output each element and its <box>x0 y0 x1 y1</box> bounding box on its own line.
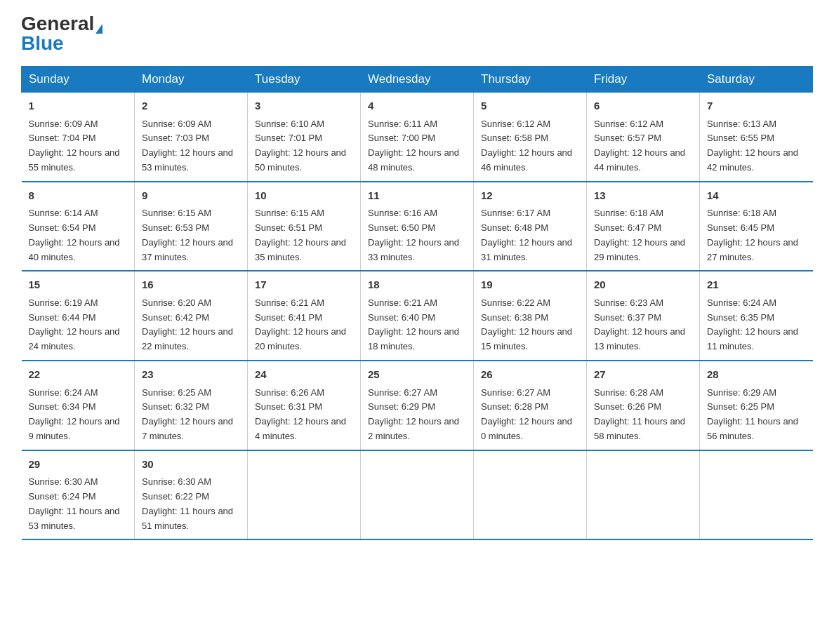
day-number: 20 <box>594 277 692 293</box>
calendar-cell: 20 Sunrise: 6:23 AMSunset: 6:37 PMDaylig… <box>587 271 700 361</box>
day-number: 19 <box>481 277 579 293</box>
day-number: 6 <box>594 98 692 114</box>
day-info: Sunrise: 6:16 AMSunset: 6:50 PMDaylight:… <box>368 206 466 264</box>
day-info: Sunrise: 6:23 AMSunset: 6:37 PMDaylight:… <box>594 296 692 354</box>
calendar-cell: 25 Sunrise: 6:27 AMSunset: 6:29 PMDaylig… <box>361 361 474 450</box>
day-number: 29 <box>29 457 128 473</box>
day-info: Sunrise: 6:28 AMSunset: 6:26 PMDaylight:… <box>594 386 692 444</box>
page-header: General Blue <box>21 14 813 53</box>
day-number: 11 <box>368 188 466 204</box>
calendar-cell: 2 Sunrise: 6:09 AMSunset: 7:03 PMDayligh… <box>135 93 248 182</box>
day-info: Sunrise: 6:24 AMSunset: 6:35 PMDaylight:… <box>707 296 806 354</box>
day-info: Sunrise: 6:11 AMSunset: 7:00 PMDaylight:… <box>368 117 466 175</box>
day-number: 7 <box>707 98 806 114</box>
day-number: 25 <box>368 367 466 383</box>
day-info: Sunrise: 6:18 AMSunset: 6:45 PMDaylight:… <box>707 206 806 264</box>
day-info: Sunrise: 6:29 AMSunset: 6:25 PMDaylight:… <box>707 386 806 444</box>
day-info: Sunrise: 6:12 AMSunset: 6:58 PMDaylight:… <box>481 117 579 175</box>
weekday-header-sunday: Sunday <box>22 67 135 93</box>
day-info: Sunrise: 6:25 AMSunset: 6:32 PMDaylight:… <box>142 386 240 444</box>
day-number: 30 <box>142 457 240 473</box>
calendar-cell <box>587 450 700 540</box>
day-info: Sunrise: 6:21 AMSunset: 6:40 PMDaylight:… <box>368 296 466 354</box>
calendar-cell: 4 Sunrise: 6:11 AMSunset: 7:00 PMDayligh… <box>361 93 474 182</box>
calendar-cell: 14 Sunrise: 6:18 AMSunset: 6:45 PMDaylig… <box>700 182 813 271</box>
day-number: 14 <box>707 188 806 204</box>
calendar-cell: 9 Sunrise: 6:15 AMSunset: 6:53 PMDayligh… <box>135 182 248 271</box>
day-number: 24 <box>255 367 353 383</box>
calendar-cell: 13 Sunrise: 6:18 AMSunset: 6:47 PMDaylig… <box>587 182 700 271</box>
calendar-cell: 21 Sunrise: 6:24 AMSunset: 6:35 PMDaylig… <box>700 271 813 361</box>
weekday-header-friday: Friday <box>587 67 700 93</box>
weekday-header-tuesday: Tuesday <box>248 67 361 93</box>
day-number: 15 <box>29 277 128 293</box>
calendar-cell: 23 Sunrise: 6:25 AMSunset: 6:32 PMDaylig… <box>135 361 248 450</box>
day-info: Sunrise: 6:24 AMSunset: 6:34 PMDaylight:… <box>29 386 128 444</box>
day-info: Sunrise: 6:22 AMSunset: 6:38 PMDaylight:… <box>481 296 579 354</box>
calendar-cell: 3 Sunrise: 6:10 AMSunset: 7:01 PMDayligh… <box>248 93 361 182</box>
calendar-cell <box>248 450 361 540</box>
calendar-cell: 16 Sunrise: 6:20 AMSunset: 6:42 PMDaylig… <box>135 271 248 361</box>
day-number: 9 <box>142 188 240 204</box>
calendar-cell: 30 Sunrise: 6:30 AMSunset: 6:22 PMDaylig… <box>135 450 248 540</box>
day-info: Sunrise: 6:19 AMSunset: 6:44 PMDaylight:… <box>29 296 128 354</box>
calendar-cell: 22 Sunrise: 6:24 AMSunset: 6:34 PMDaylig… <box>22 361 135 450</box>
calendar-cell: 19 Sunrise: 6:22 AMSunset: 6:38 PMDaylig… <box>474 271 587 361</box>
calendar-header: SundayMondayTuesdayWednesdayThursdayFrid… <box>22 67 813 93</box>
calendar-cell: 5 Sunrise: 6:12 AMSunset: 6:58 PMDayligh… <box>474 93 587 182</box>
day-info: Sunrise: 6:26 AMSunset: 6:31 PMDaylight:… <box>255 386 353 444</box>
day-number: 2 <box>142 98 240 114</box>
day-info: Sunrise: 6:14 AMSunset: 6:54 PMDaylight:… <box>29 206 128 264</box>
day-info: Sunrise: 6:15 AMSunset: 6:51 PMDaylight:… <box>255 206 353 264</box>
day-number: 3 <box>255 98 353 114</box>
weekday-header-thursday: Thursday <box>474 67 587 93</box>
logo-triangle-icon <box>95 24 102 34</box>
logo-blue-text: Blue <box>21 34 64 53</box>
day-info: Sunrise: 6:10 AMSunset: 7:01 PMDaylight:… <box>255 117 353 175</box>
logo-general-line: General <box>21 14 102 34</box>
day-info: Sunrise: 6:27 AMSunset: 6:28 PMDaylight:… <box>481 386 579 444</box>
calendar-cell: 29 Sunrise: 6:30 AMSunset: 6:24 PMDaylig… <box>22 450 135 540</box>
calendar-cell: 8 Sunrise: 6:14 AMSunset: 6:54 PMDayligh… <box>22 182 135 271</box>
calendar-cell: 28 Sunrise: 6:29 AMSunset: 6:25 PMDaylig… <box>700 361 813 450</box>
day-number: 22 <box>29 367 128 383</box>
day-info: Sunrise: 6:15 AMSunset: 6:53 PMDaylight:… <box>142 206 240 264</box>
logo-general-text: General <box>21 13 94 34</box>
calendar-cell: 24 Sunrise: 6:26 AMSunset: 6:31 PMDaylig… <box>248 361 361 450</box>
day-number: 12 <box>481 188 579 204</box>
day-info: Sunrise: 6:18 AMSunset: 6:47 PMDaylight:… <box>594 206 692 264</box>
calendar-week-row: 29 Sunrise: 6:30 AMSunset: 6:24 PMDaylig… <box>22 450 813 540</box>
calendar-cell: 6 Sunrise: 6:12 AMSunset: 6:57 PMDayligh… <box>587 93 700 182</box>
day-number: 1 <box>29 98 128 114</box>
calendar-body: 1 Sunrise: 6:09 AMSunset: 7:04 PMDayligh… <box>22 93 813 540</box>
calendar-week-row: 1 Sunrise: 6:09 AMSunset: 7:04 PMDayligh… <box>22 93 813 182</box>
calendar-table: SundayMondayTuesdayWednesdayThursdayFrid… <box>21 66 813 540</box>
weekday-header-monday: Monday <box>135 67 248 93</box>
day-info: Sunrise: 6:30 AMSunset: 6:24 PMDaylight:… <box>29 475 128 533</box>
calendar-cell <box>361 450 474 540</box>
day-number: 28 <box>707 367 806 383</box>
day-info: Sunrise: 6:13 AMSunset: 6:55 PMDaylight:… <box>707 117 806 175</box>
calendar-week-row: 15 Sunrise: 6:19 AMSunset: 6:44 PMDaylig… <box>22 271 813 361</box>
weekday-header-saturday: Saturday <box>700 67 813 93</box>
day-info: Sunrise: 6:09 AMSunset: 7:04 PMDaylight:… <box>29 117 128 175</box>
day-number: 18 <box>368 277 466 293</box>
day-number: 10 <box>255 188 353 204</box>
day-number: 16 <box>142 277 240 293</box>
day-number: 8 <box>29 188 128 204</box>
day-number: 13 <box>594 188 692 204</box>
day-info: Sunrise: 6:12 AMSunset: 6:57 PMDaylight:… <box>594 117 692 175</box>
calendar-cell <box>474 450 587 540</box>
calendar-week-row: 8 Sunrise: 6:14 AMSunset: 6:54 PMDayligh… <box>22 182 813 271</box>
calendar-cell: 27 Sunrise: 6:28 AMSunset: 6:26 PMDaylig… <box>587 361 700 450</box>
day-info: Sunrise: 6:27 AMSunset: 6:29 PMDaylight:… <box>368 386 466 444</box>
day-number: 17 <box>255 277 353 293</box>
calendar-week-row: 22 Sunrise: 6:24 AMSunset: 6:34 PMDaylig… <box>22 361 813 450</box>
day-number: 27 <box>594 367 692 383</box>
calendar-cell: 12 Sunrise: 6:17 AMSunset: 6:48 PMDaylig… <box>474 182 587 271</box>
calendar-cell: 11 Sunrise: 6:16 AMSunset: 6:50 PMDaylig… <box>361 182 474 271</box>
day-info: Sunrise: 6:21 AMSunset: 6:41 PMDaylight:… <box>255 296 353 354</box>
calendar-cell <box>700 450 813 540</box>
day-info: Sunrise: 6:17 AMSunset: 6:48 PMDaylight:… <box>481 206 579 264</box>
day-info: Sunrise: 6:09 AMSunset: 7:03 PMDaylight:… <box>142 117 240 175</box>
